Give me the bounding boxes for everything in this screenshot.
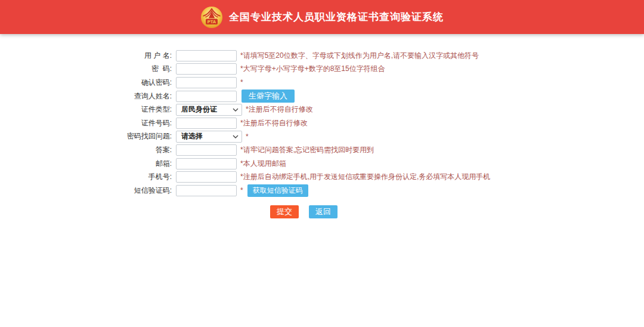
id-type-select[interactable]: 居民身份证 bbox=[176, 104, 242, 116]
answer-label: 答案: bbox=[94, 145, 172, 155]
id-number-input[interactable] bbox=[176, 118, 237, 129]
row-recovery-question: 密码找回问题: 请选择 * bbox=[94, 130, 644, 144]
chevron-down-icon bbox=[233, 108, 239, 112]
pta-logo-icon: PTA bbox=[200, 6, 223, 29]
rare-character-input-button[interactable]: 生僻字输入 bbox=[242, 90, 295, 103]
mobile-input[interactable] bbox=[176, 171, 237, 183]
recovery-question-selected-value: 请选择 bbox=[181, 131, 203, 141]
chevron-down-icon bbox=[233, 135, 239, 138]
password-label: 密 码: bbox=[94, 64, 172, 74]
confirm-password-input[interactable] bbox=[176, 77, 237, 88]
mobile-hint: *注册后自动绑定手机,用于发送短信或重要操作身份认定,务必填写本人现用手机 bbox=[240, 172, 490, 182]
recovery-question-select[interactable]: 请选择 bbox=[176, 131, 242, 143]
id-type-label: 证件类型: bbox=[94, 104, 172, 115]
id-type-hint: *注册后不得自行修改 bbox=[246, 104, 313, 115]
row-answer: 答案: *请牢记问题答案,忘记密码需找回时要用到 bbox=[94, 143, 644, 157]
logo-text: PTA bbox=[208, 18, 216, 24]
row-query-name: 查询人姓名: 生僻字输入 bbox=[94, 90, 644, 103]
password-input[interactable] bbox=[176, 63, 237, 75]
email-hint: *本人现用邮箱 bbox=[240, 159, 286, 169]
username-label: 用 户 名: bbox=[94, 51, 172, 61]
row-sms-code: 短信验证码: * 获取短信验证码 bbox=[94, 184, 644, 198]
recovery-question-hint: * bbox=[246, 132, 249, 141]
answer-hint: *请牢记问题答案,忘记密码需找回时要用到 bbox=[240, 145, 374, 155]
email-input[interactable] bbox=[176, 158, 237, 169]
row-username: 用 户 名: *请填写5至20位数字、字母或下划线作为用户名,请不要输入汉字或其… bbox=[94, 49, 644, 63]
mobile-label: 手机号: bbox=[94, 172, 172, 182]
confirm-password-label: 确认密码: bbox=[94, 78, 172, 88]
row-mobile: 手机号: *注册后自动绑定手机,用于发送短信或重要操作身份认定,务必填写本人现用… bbox=[94, 170, 644, 184]
id-number-label: 证件号码: bbox=[94, 118, 172, 128]
submit-button[interactable]: 提交 bbox=[270, 205, 299, 218]
username-input[interactable] bbox=[176, 50, 237, 61]
sms-code-label: 短信验证码: bbox=[94, 186, 172, 196]
header-bar: PTA 全国专业技术人员职业资格证书查询验证系统 bbox=[0, 0, 644, 34]
row-password: 密 码: *大写字母+小写字母+数字的8至15位字符组合 bbox=[94, 63, 644, 76]
query-name-input[interactable] bbox=[176, 91, 237, 102]
recovery-question-label: 密码找回问题: bbox=[94, 131, 172, 141]
row-confirm-password: 确认密码: * bbox=[94, 76, 644, 90]
get-sms-code-button[interactable]: 获取短信验证码 bbox=[247, 184, 308, 197]
password-hint: *大写字母+小写字母+数字的8至15位字符组合 bbox=[240, 64, 385, 74]
sms-code-hint: * bbox=[240, 186, 243, 195]
query-name-label: 查询人姓名: bbox=[94, 91, 172, 101]
confirm-password-hint: * bbox=[240, 78, 243, 87]
id-number-hint: *注册后不得自行修改 bbox=[240, 118, 308, 128]
row-id-type: 证件类型: 居民身份证 *注册后不得自行修改 bbox=[94, 103, 644, 116]
sms-code-input[interactable] bbox=[176, 185, 237, 196]
page-title: 全国专业技术人员职业资格证书查询验证系统 bbox=[229, 10, 444, 24]
row-id-number: 证件号码: *注册后不得自行修改 bbox=[94, 116, 644, 130]
row-email: 邮箱: *本人现用邮箱 bbox=[94, 157, 644, 171]
form-actions: 提交 返回 bbox=[94, 205, 644, 218]
back-button[interactable]: 返回 bbox=[309, 205, 338, 218]
username-hint: *请填写5至20位数字、字母或下划线作为用户名,请不要输入汉字或其他符号 bbox=[240, 51, 479, 61]
id-type-selected-value: 居民身份证 bbox=[181, 104, 217, 115]
registration-form: 用 户 名: *请填写5至20位数字、字母或下划线作为用户名,请不要输入汉字或其… bbox=[0, 49, 644, 218]
email-label: 邮箱: bbox=[94, 159, 172, 169]
page: PTA 全国专业技术人员职业资格证书查询验证系统 用 户 名: *请填写5至20… bbox=[0, 0, 644, 327]
answer-input[interactable] bbox=[176, 144, 237, 156]
